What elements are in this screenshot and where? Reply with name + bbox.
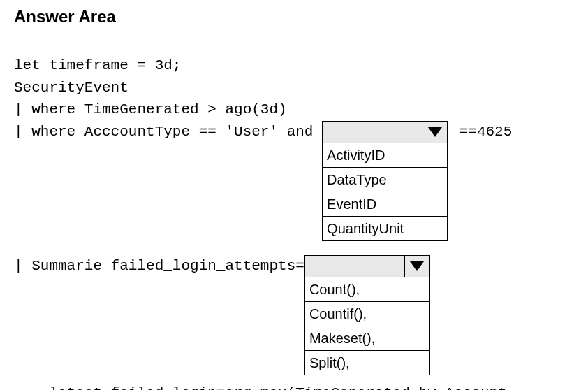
page-title: Answer Area xyxy=(14,7,574,27)
dropdown-options-1: ActivityID DataType EventID QuantityUnit xyxy=(322,143,448,241)
code-line-5-prefix: | Summarie failed_login_attempts= xyxy=(14,255,304,277)
dropdown-option[interactable]: DataType xyxy=(323,168,447,192)
code-line-4-suffix: ==4625 xyxy=(450,121,512,143)
dropdown-option[interactable]: Countif(), xyxy=(305,302,429,326)
dropdown-option[interactable]: Makeset(), xyxy=(305,326,429,351)
dropdown-option[interactable]: QuantityUnit xyxy=(323,217,447,240)
code-line-1: let timeframe = 3d; xyxy=(14,55,574,77)
code-line-6: latest_failed_login=arg_max(TimeGenerate… xyxy=(14,382,574,391)
code-line-3: | where TimeGenerated > ago(3d) xyxy=(14,99,574,121)
code-line-4-prefix: | where AcccountType == 'User' and xyxy=(14,121,322,143)
dropdown-selected-2 xyxy=(304,255,405,277)
dropdown-select-2[interactable] xyxy=(304,255,430,277)
dropdown-option[interactable]: EventID xyxy=(323,192,447,217)
chevron-down-icon xyxy=(405,255,430,277)
chevron-down-icon xyxy=(422,121,448,143)
dropdown-function: Count(), Countif(), Makeset(), Split(), xyxy=(304,255,430,375)
code-block: let timeframe = 3d; SecurityEvent | wher… xyxy=(14,55,574,390)
dropdown-option[interactable]: Split(), xyxy=(305,351,429,375)
code-line-2: SecurityEvent xyxy=(14,77,574,99)
dropdown-selected-1 xyxy=(322,121,422,143)
dropdown-select-1[interactable] xyxy=(322,121,448,143)
dropdown-option[interactable]: ActivityID xyxy=(323,143,447,168)
dropdown-options-2: Count(), Countif(), Makeset(), Split(), xyxy=(304,277,430,375)
dropdown-option[interactable]: Count(), xyxy=(305,277,429,302)
dropdown-event-field: ActivityID DataType EventID QuantityUnit xyxy=(322,121,448,241)
